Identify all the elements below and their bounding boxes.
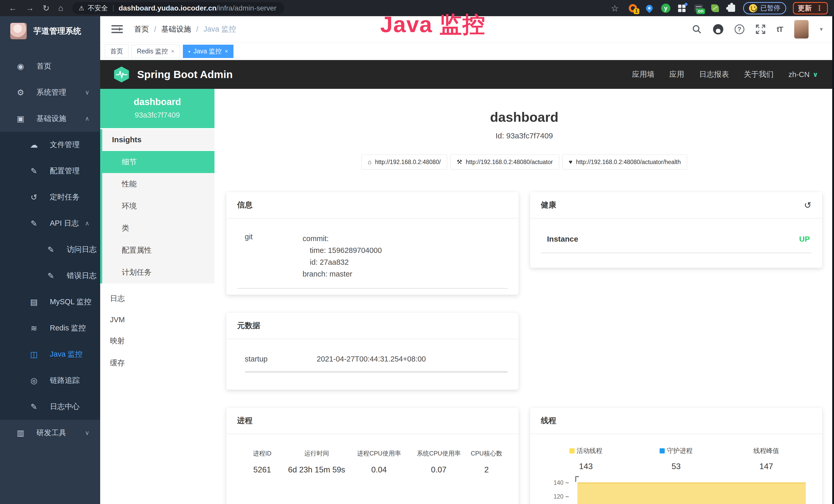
sidebar-item-java-monitor[interactable]: ◫ Java 监控 xyxy=(0,341,100,367)
sba-nav-about[interactable]: 关于我们 xyxy=(744,69,774,79)
page-url: dashboard.yudao.iocoder.cn/infra/admin-s… xyxy=(119,4,277,12)
main-sidebar: 芋道管理系统 ◉ 首页 ⚙ 系统管理 ∨ ▣ 基础设施 ∧ xyxy=(0,16,100,504)
monitor-icon: ▣ xyxy=(16,114,26,123)
sidebar-item-infrastructure[interactable]: ▣ 基础设施 ∧ xyxy=(0,106,100,132)
sidebar-item-redis-monitor[interactable]: ≋ Redis 监控 xyxy=(0,315,100,341)
instance-id: 93a3fc7f7409 xyxy=(103,111,212,119)
sidebar-item-tracing[interactable]: ◎ 链路追踪 xyxy=(0,367,100,394)
browser-menu-icon[interactable]: ⋮ xyxy=(816,4,823,12)
hamburger-icon[interactable] xyxy=(111,25,123,34)
profile-paused-chip[interactable]: 已暂停 xyxy=(743,2,786,15)
sba-sidebar-item-environment[interactable]: 环境 xyxy=(102,195,215,217)
extensions-puzzle-icon[interactable] xyxy=(727,3,737,13)
tab-java-monitor[interactable]: ● Java 监控 × xyxy=(183,45,234,58)
sba-locale-select[interactable]: zh-CN ∨ xyxy=(789,70,818,79)
sba-nav-wallboard[interactable]: 应用墙 xyxy=(632,69,655,79)
sidebar-item-label: 错误日志 xyxy=(67,271,96,281)
chevron-up-icon: ∧ xyxy=(85,115,89,122)
github-icon[interactable] xyxy=(713,24,723,35)
health-instance-row[interactable]: Instance UP xyxy=(541,233,812,253)
sba-group-label[interactable]: Insights xyxy=(102,129,215,151)
sba-nav-applications[interactable]: 应用 xyxy=(670,69,684,79)
user-avatar[interactable] xyxy=(794,20,809,39)
legend-live-threads: 活动线程 143 xyxy=(541,446,631,471)
main-area: 首页 / 基础设施 / Java 监控 ? xyxy=(100,16,834,504)
layers-icon: ≋ xyxy=(29,323,39,333)
reload-icon[interactable]: ↻ xyxy=(43,3,49,13)
app-logo xyxy=(10,23,27,39)
history-icon[interactable]: ↺ xyxy=(804,200,812,210)
sba-sidebar-item-details[interactable]: 细节 xyxy=(102,151,215,173)
legend-blue-swatch-icon xyxy=(660,448,665,453)
close-icon[interactable]: × xyxy=(225,48,228,55)
sidebar-item-access-logs[interactable]: ✎ 访问日志 xyxy=(0,236,100,263)
sba-instance-block[interactable]: dashboard 93a3fc7f7409 xyxy=(100,89,215,128)
emoji-avatar-icon xyxy=(749,4,757,12)
sba-header: Spring Boot Admin 应用墙 应用 日志报表 关于我们 zh-CN… xyxy=(100,60,834,89)
sba-sidebar-item-caches[interactable]: 缓存 xyxy=(100,352,215,374)
extension-grid-icon[interactable] xyxy=(677,3,687,13)
instance-name: dashboard xyxy=(103,96,212,107)
breadcrumb-infrastructure[interactable]: 基础设施 xyxy=(161,24,191,35)
java-monitor-icon: ◫ xyxy=(29,350,39,359)
sidebar-item-mysql-monitor[interactable]: ▤ MySQL 监控 xyxy=(0,289,100,315)
sidebar-item-label: Redis 监控 xyxy=(50,323,86,333)
font-size-icon[interactable]: tT xyxy=(777,25,783,33)
fullscreen-icon[interactable] xyxy=(756,24,765,34)
bookmark-star-icon[interactable]: ☆ xyxy=(611,3,619,13)
extension-leaf-icon[interactable] xyxy=(710,3,720,13)
sba-sidebar-item-jvm[interactable]: JVM xyxy=(100,310,215,330)
extension-colorzilla-icon[interactable]: 1 xyxy=(628,3,638,13)
legend-daemon-threads: 守护进程 53 xyxy=(631,446,721,471)
service-url-button[interactable]: ⌂ http://192.168.0.2:48080/ xyxy=(361,155,447,169)
home-icon[interactable]: ⌂ xyxy=(58,3,63,13)
search-icon[interactable] xyxy=(692,24,702,34)
table-icon: ▤ xyxy=(29,297,39,307)
sidebar-item-config-mgmt[interactable]: ✎ 配置管理 xyxy=(0,158,100,184)
sba-sidebar-item-metrics[interactable]: 性能 xyxy=(102,173,215,195)
breadcrumb-home[interactable]: 首页 xyxy=(134,24,149,35)
metadata-value: 2021-04-27T00:44:31.254+08:00 xyxy=(317,355,426,363)
sba-sidebar-root-items: 日志 JVM 映射 缓存 xyxy=(100,288,215,374)
tab-home[interactable]: 首页 xyxy=(105,45,128,58)
sidebar-item-file-mgmt[interactable]: ☁ 文件管理 xyxy=(0,132,100,158)
extension-y-icon[interactable]: y xyxy=(661,3,671,13)
back-icon[interactable]: ← xyxy=(9,3,17,13)
browser-update-button[interactable]: 更新 ⋮ xyxy=(793,2,828,15)
sba-sidebar-item-mappings[interactable]: 映射 xyxy=(100,330,215,352)
help-icon[interactable]: ? xyxy=(734,24,744,34)
sba-brand[interactable]: Spring Boot Admin xyxy=(113,66,233,83)
avatar-caret-icon[interactable]: ▾ xyxy=(820,26,823,32)
sidebar-item-error-logs[interactable]: ✎ 错误日志 xyxy=(0,263,100,289)
actuator-url-button[interactable]: ⚒ http://192.168.0.2:48080/actuator xyxy=(450,155,559,169)
legend-peak-threads: 线程峰值 147 xyxy=(721,446,811,471)
sidebar-item-system-mgmt[interactable]: ⚙ 系统管理 ∨ xyxy=(0,79,100,106)
threads-legend: 活动线程 143 守护进程 xyxy=(541,446,812,471)
sba-sidebar-item-classes[interactable]: 类 xyxy=(102,217,215,239)
eye-icon: ◎ xyxy=(29,376,39,385)
sidebar-item-dev-tools[interactable]: ▥ 研发工具 ∨ xyxy=(0,420,100,446)
sidebar-item-home[interactable]: ◉ 首页 xyxy=(0,53,100,79)
instance-id-line: Id: 93a3fc7f7409 xyxy=(215,132,834,140)
extension-on-icon[interactable]: on xyxy=(694,3,704,13)
sba-sidebar-item-config-props[interactable]: 配置属性 xyxy=(102,239,215,261)
sidebar-item-log-center[interactable]: ✎ 日志中心 xyxy=(0,394,100,420)
extension-pin-icon[interactable] xyxy=(644,3,654,13)
status-badge: UP xyxy=(799,235,810,244)
forward-icon[interactable]: → xyxy=(26,3,34,13)
address-bar[interactable]: ⚠ 不安全 dashboard.yudao.iocoder.cn/infra/a… xyxy=(72,2,284,15)
metadata-divider xyxy=(245,371,508,373)
chevron-up-icon: ∧ xyxy=(85,220,89,227)
breadcrumb-separator: / xyxy=(154,25,156,33)
sba-sidebar-item-scheduled[interactable]: 计划任务 xyxy=(102,261,215,283)
active-dot-icon: ● xyxy=(188,49,190,53)
sba-nav-journal[interactable]: 日志报表 xyxy=(699,69,729,79)
process-card: 进程 进程ID 5261 运行时间 xyxy=(226,408,519,504)
tab-redis-monitor[interactable]: Redis 监控 × xyxy=(132,45,180,58)
close-icon[interactable]: × xyxy=(171,48,174,55)
sidebar-item-scheduled-tasks[interactable]: ↺ 定时任务 xyxy=(0,184,100,210)
sba-sidebar-item-logs[interactable]: 日志 xyxy=(100,288,215,310)
sidebar-item-api-logs[interactable]: ✎ API 日志 ∧ xyxy=(0,210,100,236)
health-url-button[interactable]: ♥ http://192.168.0.2:48080/actuator/heal… xyxy=(562,155,687,169)
app-logo-row[interactable]: 芋道管理系统 xyxy=(0,16,100,46)
